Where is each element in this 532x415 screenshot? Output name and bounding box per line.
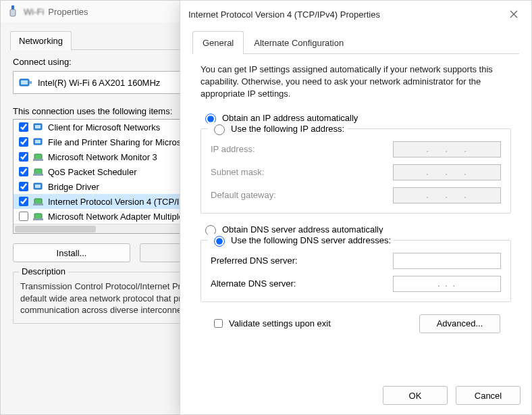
tab-networking-label: Networking [19, 36, 63, 46]
preferred-dns-label: Preferred DNS server: [211, 255, 382, 266]
subnet-mask-label: Subnet mask: [211, 167, 382, 177]
description-legend: Description [19, 266, 68, 276]
tab-alt-label: Alternate Configuration [254, 38, 344, 48]
preferred-dns-input[interactable] [393, 253, 501, 269]
bottom-row: Validate settings upon exit Advanced... [201, 312, 511, 333]
close-icon[interactable] [504, 5, 523, 24]
ip-grid: IP address: . . . Subnet mask: . . . Def… [211, 141, 501, 203]
list-item-label: Microsoft Network Adapter Multiplexor [48, 212, 196, 222]
svg-rect-4 [29, 81, 32, 84]
list-item-label: QoS Packet Scheduler [48, 167, 137, 177]
ip-address-label: IP address: [211, 144, 382, 154]
svg-rect-8 [35, 140, 41, 143]
svg-rect-11 [34, 169, 42, 174]
subnet-mask-input[interactable]: . . . [393, 164, 501, 180]
list-item-checkbox[interactable] [19, 122, 28, 132]
validate-checkbox-row[interactable]: Validate settings upon exit [211, 317, 331, 330]
cancel-button-label: Cancel [475, 391, 502, 401]
front-titlebar: Internet Protocol Version 4 (TCP/IPv4) P… [180, 1, 531, 28]
svg-rect-17 [34, 214, 42, 219]
svg-rect-10 [33, 159, 43, 161]
hint-text: You can get IP settings assigned automat… [201, 64, 511, 101]
svg-rect-6 [35, 125, 41, 128]
ip-address-input[interactable]: . . . [393, 141, 501, 157]
tab-general[interactable]: General [192, 31, 244, 54]
ip-manual-radio-input[interactable] [214, 124, 225, 135]
list-item-label: Bridge Driver [48, 182, 99, 192]
front-title: Internet Protocol Version 4 (TCP/IPv4) P… [188, 9, 380, 20]
protocol-icon [33, 197, 45, 206]
svg-rect-14 [35, 185, 41, 188]
dns-grid: Preferred DNS server: Alternate DNS serv… [211, 253, 501, 292]
back-title-blurred: Wi-Fi [24, 7, 44, 17]
scrollbar-thumb[interactable] [15, 226, 96, 233]
default-gateway-label: Default gateway: [211, 190, 382, 200]
protocol-icon [33, 212, 45, 221]
general-pane: You can get IP settings assigned automat… [190, 54, 522, 337]
advanced-button[interactable]: Advanced... [419, 314, 500, 333]
svg-rect-3 [21, 80, 28, 84]
dns-manual-radio-input[interactable] [214, 236, 225, 247]
nic-icon [19, 78, 32, 87]
adapter-title-icon [6, 5, 20, 18]
tab-alternate-configuration[interactable]: Alternate Configuration [244, 31, 354, 54]
default-gateway-input[interactable]: . . . [393, 187, 501, 203]
ip-auto-label: Obtain an IP address automatically [222, 113, 358, 123]
tab-networking[interactable]: Networking [10, 31, 72, 50]
list-item-checkbox[interactable] [19, 182, 28, 191]
list-item-label: Microsoft Network Monitor 3 [48, 152, 157, 162]
back-title-suffix: Properties [48, 7, 88, 17]
svg-rect-1 [10, 9, 16, 16]
svg-rect-0 [11, 5, 14, 9]
list-item-checkbox[interactable] [19, 212, 28, 221]
protocol-icon [33, 182, 45, 191]
front-tabstrip: General Alternate Configuration [192, 30, 519, 54]
dns-manual-label: Use the following DNS server addresses: [231, 235, 391, 245]
list-item-label: Internet Protocol Version 4 (TCP/IPv4) [48, 197, 197, 207]
install-button-label: Install... [57, 248, 87, 258]
ok-button-label: OK [409, 391, 422, 401]
dns-manual-fieldset: Use the following DNS server addresses: … [201, 240, 511, 302]
list-item-checkbox[interactable] [19, 137, 28, 147]
protocol-icon [33, 137, 45, 147]
list-item-label: File and Printer Sharing for Microsoft [48, 137, 191, 147]
ok-button[interactable]: OK [383, 386, 448, 405]
install-button[interactable]: Install... [13, 243, 130, 262]
advanced-button-label: Advanced... [437, 318, 483, 328]
alternate-dns-value: . . . [437, 278, 456, 289]
svg-rect-16 [33, 203, 43, 205]
svg-rect-18 [33, 218, 43, 220]
svg-rect-12 [33, 174, 43, 176]
list-item-checkbox[interactable] [19, 197, 28, 206]
protocol-icon [33, 122, 45, 132]
alternate-dns-label: Alternate DNS server: [211, 278, 382, 289]
dns-auto-label: Obtain DNS server address automatically [222, 224, 383, 235]
dialog-button-row: OK Cancel [180, 376, 531, 414]
validate-checkbox[interactable] [214, 319, 223, 328]
svg-rect-9 [34, 154, 42, 160]
protocol-icon [33, 152, 45, 162]
validate-label: Validate settings upon exit [229, 318, 331, 328]
svg-rect-15 [34, 199, 42, 204]
adapter-name: Intel(R) Wi-Fi 6 AX201 160MHz [38, 78, 160, 88]
ip-manual-label: Use the following IP address: [231, 124, 344, 134]
alternate-dns-input[interactable]: . . . [393, 276, 501, 292]
protocol-icon [33, 167, 45, 176]
tab-general-label: General [203, 38, 234, 48]
ip-manual-fieldset: Use the following IP address: IP address… [201, 128, 511, 214]
connect-using-label: Connect using: [13, 57, 72, 67]
front-body: General Alternate Configuration You can … [180, 28, 531, 376]
ipv4-properties-dialog: Internet Protocol Version 4 (TCP/IPv4) P… [180, 0, 532, 415]
list-item-checkbox[interactable] [19, 167, 28, 176]
ip-manual-legend[interactable]: Use the following IP address: [208, 122, 347, 135]
list-item-label: Client for Microsoft Networks [48, 122, 160, 132]
cancel-button[interactable]: Cancel [456, 386, 521, 405]
list-item-checkbox[interactable] [19, 152, 28, 162]
dns-manual-legend[interactable]: Use the following DNS server addresses: [208, 234, 394, 247]
